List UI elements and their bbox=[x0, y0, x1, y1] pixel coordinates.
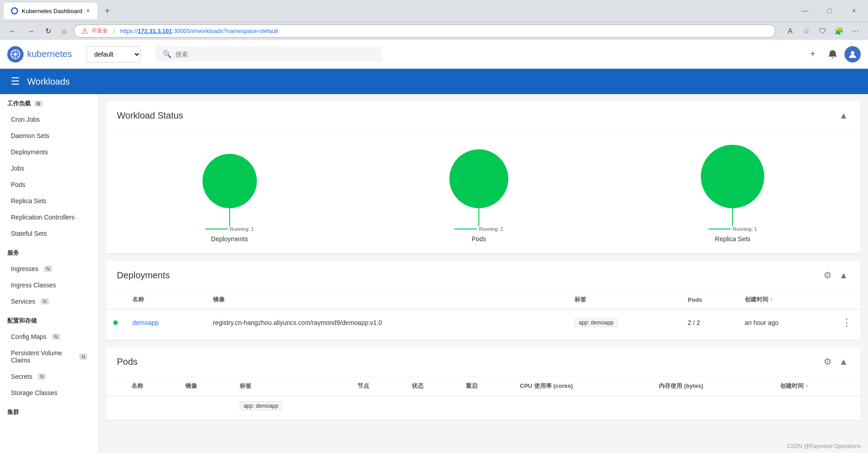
pods-circle bbox=[449, 149, 508, 208]
workloads-category: 工作负载 N bbox=[0, 96, 98, 111]
deployment-name-link[interactable]: demoapp bbox=[132, 319, 159, 326]
deployments-header: Deployments ⚙ ▲ bbox=[106, 261, 861, 290]
forward-button[interactable]: → bbox=[24, 25, 38, 37]
table-row: app: demoapp bbox=[106, 396, 861, 416]
configmaps-badge: N bbox=[52, 334, 60, 340]
replicasets-chart-item: Running: 1 Replica Sets bbox=[701, 145, 764, 243]
new-tab-button[interactable]: + bbox=[101, 4, 114, 18]
pods-chart-item: Running: 2 Pods bbox=[449, 149, 508, 243]
back-button[interactable]: ← bbox=[5, 25, 20, 37]
pods-col-name: 名称 bbox=[124, 377, 178, 396]
cluster-section: 集群 bbox=[0, 403, 98, 422]
deployments-running-label: Running: 1 bbox=[205, 226, 254, 232]
shield-icon[interactable]: 🛡 bbox=[815, 24, 830, 38]
close-button[interactable]: × bbox=[844, 4, 864, 18]
pods-col-image: 镜像 bbox=[178, 377, 232, 396]
maximize-button[interactable]: □ bbox=[819, 4, 840, 18]
sidebar-item-replica-sets[interactable]: Replica Sets bbox=[0, 193, 98, 209]
row-pods: 2 / 2 bbox=[680, 310, 738, 336]
deployments-filter-button[interactable]: ⚙ bbox=[822, 268, 834, 282]
sidebar-item-storage-classes[interactable]: Storage Classes bbox=[0, 385, 98, 401]
pods-row-status-val bbox=[405, 396, 458, 416]
more-icon[interactable]: ⋯ bbox=[848, 24, 863, 38]
sidebar-item-replication-controllers[interactable]: Replication Controllers bbox=[0, 209, 98, 225]
star-icon[interactable]: ☆ bbox=[799, 24, 814, 38]
sidebar-item-stateful-sets[interactable]: Stateful Sets bbox=[0, 225, 98, 242]
sidebar-item-pvc[interactable]: Persistent Volume Claims N bbox=[0, 345, 98, 368]
svg-point-11 bbox=[851, 51, 854, 55]
pod-tag: app: demoapp bbox=[240, 401, 283, 410]
pods-row-memory bbox=[651, 396, 773, 416]
tab-title: Kubernetes Dashboard bbox=[22, 8, 82, 14]
config-category: 配置和存储 bbox=[0, 313, 98, 329]
namespace-selector[interactable]: default bbox=[87, 46, 141, 62]
sidebar-item-daemon-sets[interactable]: Daemon Sets bbox=[0, 128, 98, 144]
extension-icon[interactable]: 🧩 bbox=[832, 24, 846, 38]
deployments-collapse-button[interactable]: ▲ bbox=[837, 268, 850, 282]
deployments-table-area: 名称 镜像 标签 Pods 创建时间 ↑ demoapp registry. bbox=[106, 290, 861, 340]
sidebar-item-services[interactable]: Services N bbox=[0, 293, 98, 310]
pods-col-status bbox=[106, 377, 124, 396]
table-row: demoapp registry.cn-hangzhou.aliyuncs.co… bbox=[106, 310, 861, 336]
card-actions: ▲ bbox=[837, 109, 850, 123]
browser-tab[interactable]: Kubernetes Dashboard × bbox=[4, 3, 97, 19]
minimize-button[interactable]: — bbox=[795, 4, 815, 18]
pods-col-memory: 内存使用 (bytes) bbox=[651, 377, 773, 396]
row-status bbox=[106, 310, 125, 336]
sidebar-item-pods[interactable]: Pods bbox=[0, 176, 98, 193]
app-name: kubernetes bbox=[27, 49, 72, 59]
pods-collapse-button[interactable]: ▲ bbox=[837, 355, 850, 369]
sidebar-item-jobs[interactable]: Jobs bbox=[0, 160, 98, 176]
pods-table-area: 名称 镜像 标签 节点 状态 重启 CPU 使用率 (cores) 内存使用 (… bbox=[106, 377, 861, 420]
user-avatar[interactable] bbox=[844, 46, 861, 62]
pods-row-node bbox=[350, 396, 404, 416]
pods-title: Pods bbox=[117, 357, 138, 367]
refresh-button[interactable]: ↻ bbox=[42, 25, 55, 37]
col-image: 镜像 bbox=[206, 290, 567, 310]
pods-col-restarts: 重启 bbox=[458, 377, 512, 396]
services-section: 服务 Ingresses N Ingress Classes Services … bbox=[0, 243, 98, 311]
replicasets-running-label: Running: 1 bbox=[709, 226, 757, 232]
security-warning-icon: ⚠ bbox=[82, 27, 88, 35]
address-bar-row: ← → ↻ ⌂ ⚠ 不安全 | https://172.31.3.101:300… bbox=[0, 22, 868, 40]
deployments-table-head: 名称 镜像 标签 Pods 创建时间 ↑ bbox=[106, 290, 861, 310]
pods-card: Pods ⚙ ▲ 名称 镜像 标签 节点 状态 bbox=[106, 347, 861, 420]
svg-point-0 bbox=[12, 9, 17, 13]
home-button[interactable]: ⌂ bbox=[58, 25, 70, 37]
replicasets-circle bbox=[701, 145, 764, 208]
search-bar[interactable]: 🔍 bbox=[155, 46, 382, 62]
pods-col-status: 状态 bbox=[405, 377, 458, 396]
deployments-title: Deployments bbox=[117, 270, 170, 281]
kubernetes-logo: kubernetes bbox=[7, 46, 72, 62]
translate-icon[interactable]: A bbox=[783, 24, 797, 38]
workload-status-card: Workload Status ▲ Running: 1 bbox=[106, 101, 861, 253]
sidebar-item-ingresses[interactable]: Ingresses N bbox=[0, 261, 98, 277]
pods-table: 名称 镜像 标签 节点 状态 重启 CPU 使用率 (cores) 内存使用 (… bbox=[106, 377, 861, 416]
sidebar-item-secrets[interactable]: Secrets N bbox=[0, 368, 98, 385]
pvc-badge: N bbox=[79, 353, 87, 360]
url-domain: 172.31.3.101 bbox=[138, 28, 172, 34]
tab-close-btn[interactable]: × bbox=[86, 7, 90, 15]
address-bar[interactable]: ⚠ 不安全 | https://172.31.3.101:30005/#/wor… bbox=[74, 24, 776, 38]
workload-status-header: Workload Status ▲ bbox=[106, 101, 861, 130]
services-badge: N bbox=[41, 298, 49, 305]
workload-status-title: Workload Status bbox=[117, 110, 183, 121]
deployments-circle bbox=[203, 154, 257, 208]
pods-table-body: app: demoapp bbox=[106, 396, 861, 416]
sidebar-item-config-maps[interactable]: Config Maps N bbox=[0, 329, 98, 345]
pods-col-created: 创建时间 ↑ bbox=[773, 377, 861, 396]
pods-col-node: 节点 bbox=[350, 377, 404, 396]
pods-col-labels: 标签 bbox=[232, 377, 351, 396]
search-input[interactable] bbox=[175, 51, 375, 58]
pods-row-status bbox=[106, 396, 124, 416]
hamburger-menu[interactable]: ☰ bbox=[11, 76, 20, 87]
notifications-button[interactable] bbox=[825, 46, 841, 62]
sidebar-item-cron-jobs[interactable]: Cron Jobs bbox=[0, 111, 98, 128]
collapse-button[interactable]: ▲ bbox=[837, 109, 850, 123]
add-resource-button[interactable]: + bbox=[805, 46, 821, 62]
row-more-button[interactable]: ⋮ bbox=[840, 315, 854, 330]
sidebar-item-ingress-classes[interactable]: Ingress Classes bbox=[0, 277, 98, 293]
deployments-running-text: Running: 1 bbox=[230, 226, 254, 232]
pods-filter-button[interactable]: ⚙ bbox=[822, 354, 834, 369]
sidebar-item-deployments[interactable]: Deployments bbox=[0, 144, 98, 160]
